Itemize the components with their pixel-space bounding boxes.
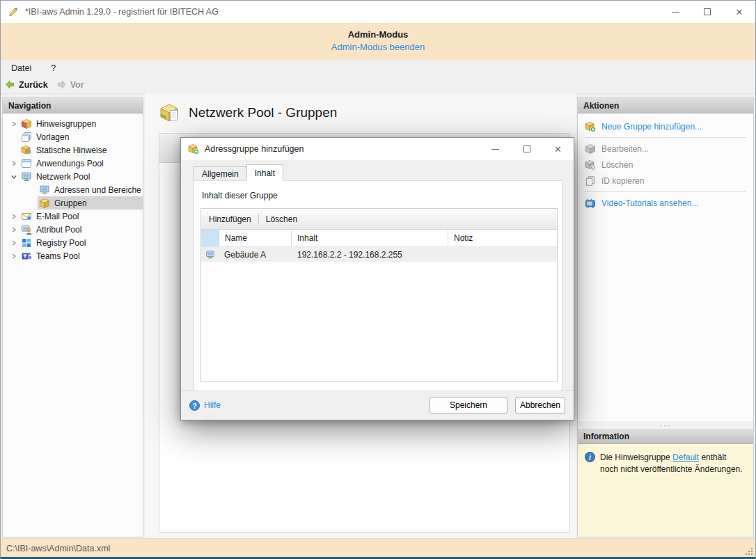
menu-datei[interactable]: Datei [11,63,31,73]
information-box: i Die Hinweisgruppe Default enthält noch… [578,444,753,537]
templates-icon [21,132,32,143]
row-content: 192.168.2.2 - 192.168.2.255 [292,250,448,260]
chevron-right-icon[interactable] [8,161,19,166]
default-group-link[interactable]: Default [672,452,699,462]
app-logo-icon [8,6,19,17]
icon-column-header[interactable] [201,230,219,246]
tab-panel-inhalt: Inhalt dieser Gruppe Hinzufügen Löschen … [194,180,562,391]
nav-item-registry-pool[interactable]: Registry Pool [3,236,143,249]
attribute-pool-icon [21,224,32,235]
minimize-icon [491,149,499,150]
note-column-header[interactable]: Notiz [448,230,557,246]
panel-splitter-handle[interactable]: ··· [578,421,753,429]
list-toolbar: Hinzufügen Löschen [201,209,557,230]
copy-id-icon [585,175,596,187]
add-group-icon [188,143,199,155]
nav-item-vorlagen[interactable]: Vorlagen [3,130,143,143]
dialog-title-bar: Adressgruppe hinzufügen ✕ [181,138,574,160]
maximize-icon [523,145,530,152]
minimize-button[interactable] [659,1,691,23]
video-tutorials-icon [585,198,596,209]
cancel-button[interactable]: Abbrechen [515,397,565,414]
teams-pool-icon [21,251,32,262]
add-group-icon [585,121,596,132]
address-range-icon [205,250,215,260]
save-button[interactable]: Speichern [430,397,507,414]
help-icon: ? [189,400,200,411]
name-column-header[interactable]: Name [219,230,292,246]
add-entry-button[interactable]: Hinzufügen [209,214,251,224]
dialog-close-button[interactable]: ✕ [542,138,574,160]
right-sidebar: Aktionen Neue Gruppe hinzufügen... [577,97,754,537]
dialog-tabs: Allgemein Inhalt [194,164,283,181]
menu-help[interactable]: ? [51,63,56,73]
exit-admin-mode-link[interactable]: Admin-Modus beenden [331,42,425,52]
chevron-down-icon[interactable] [8,174,19,180]
resize-grip[interactable] [746,548,753,555]
delete-group-icon [585,159,596,171]
maximize-button[interactable] [691,1,723,23]
row-name: Gebäude A [219,250,292,260]
delete-entry-button[interactable]: Löschen [266,214,297,224]
nav-item-teams-pool[interactable]: Teams Pool [3,249,143,262]
action-video-tutorials[interactable]: Video-Tutorials ansehen... [578,195,753,211]
dialog-minimize-button[interactable] [480,138,511,160]
action-edit[interactable]: Bearbeiten... [578,141,753,157]
edit-group-icon [585,143,596,155]
toolbar-divider [258,214,259,224]
chevron-right-icon[interactable] [8,240,19,246]
table-row[interactable]: Gebäude A 192.168.2.2 - 192.168.2.255 [201,247,557,262]
status-bar: C:\IBI-aws\Admin\Data.xml [1,538,755,558]
nav-item-adressen-und-bereiche[interactable]: Adressen und Bereiche [3,183,143,196]
forward-arrow-icon [56,79,67,90]
close-icon: ✕ [554,145,562,154]
minimize-icon [672,12,679,13]
dialog-footer: ? Hilfe Speichern Abbrechen [181,390,574,420]
actions-divider [585,137,746,138]
chevron-right-icon[interactable] [8,214,19,219]
maximize-icon [704,8,711,15]
nav-item-netzwerk-pool[interactable]: Netzwerk Pool [3,170,143,183]
action-copy-id[interactable]: ID kopieren [578,173,753,189]
app-window: *IBI-aws Admin 1.29.0 - registriert für … [0,0,756,559]
table-header-row: Name Inhalt Notiz [201,230,557,247]
registry-pool-icon [21,237,32,249]
dialog-title: Adressgruppe hinzufügen [205,144,304,154]
close-button[interactable]: ✕ [723,1,755,23]
actions-divider [585,191,746,192]
network-pool-icon [21,171,32,182]
actions-header: Aktionen [578,98,753,113]
action-new-group[interactable]: Neue Gruppe hinzufügen... [578,118,753,134]
dialog-maximize-button[interactable] [511,138,542,160]
chevron-right-icon[interactable] [8,253,19,259]
back-button[interactable]: Zurück [5,79,48,90]
nav-item-statische-hinweise[interactable]: Statische Hinweise [3,143,143,157]
title-bar: *IBI-aws Admin 1.29.0 - registriert für … [1,1,755,23]
tab-allgemein[interactable]: Allgemein [194,166,247,181]
action-delete[interactable]: Löschen [578,157,753,173]
chevron-right-icon[interactable] [8,121,19,127]
nav-item-hinweisgruppen[interactable]: Hinweisgruppen [3,117,143,130]
information-text: Die Hinweisgruppe Default enthält noch n… [600,452,746,537]
nav-item-attribut-pool[interactable]: Attribut Pool [3,223,143,236]
nav-item-gruppen[interactable]: Gruppen [3,196,143,210]
data-file-path: C:\IBI-aws\Admin\Data.xml [6,544,110,553]
back-arrow-icon [5,79,15,90]
navigation-panel: Navigation Hinweisgruppen [2,97,143,537]
admin-mode-banner: Admin-Modus Admin-Modus beenden [1,23,755,60]
content-column-header[interactable]: Inhalt [292,230,448,246]
help-link[interactable]: ? Hilfe [189,400,221,411]
group-content-list: Hinzufügen Löschen Name Inhalt Notiz [200,208,558,382]
forward-button[interactable]: Vor [56,79,84,90]
nav-item-anwendungs-pool[interactable]: Anwendungs Pool [3,157,143,170]
network-groups-page-icon [159,102,180,123]
chevron-right-icon[interactable] [8,227,19,233]
page-title: Netzwerk Pool - Gruppen [189,105,337,120]
nav-toolbar: Zurück Vor [1,76,755,94]
static-notices-icon [21,145,32,156]
info-icon: i [585,452,595,462]
nav-item-email-pool[interactable]: E-Mail Pool [3,210,143,223]
tab-inhalt[interactable]: Inhalt [246,164,283,181]
groups-box-icon [39,198,50,209]
menu-bar: Datei ? [1,60,755,76]
